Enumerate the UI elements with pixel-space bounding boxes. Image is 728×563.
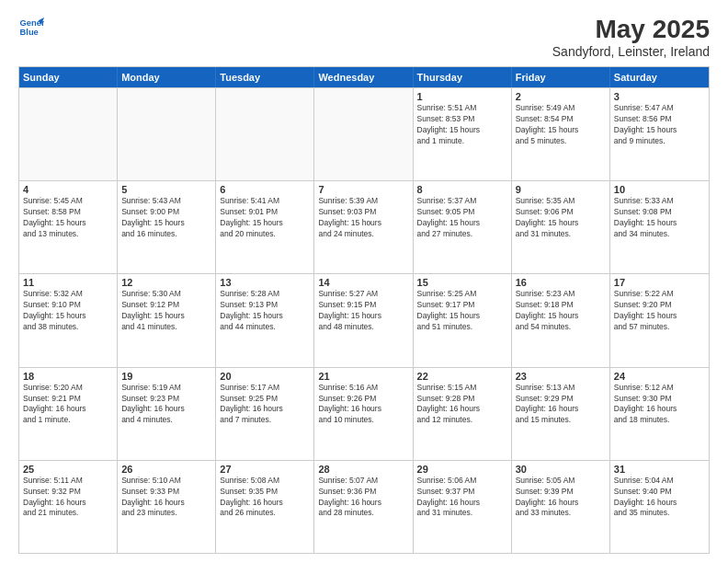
calendar-cell [314, 88, 413, 180]
calendar-cell: 30Sunrise: 5:05 AM Sunset: 9:39 PM Dayli… [512, 461, 610, 553]
day-number: 30 [516, 464, 606, 475]
day-info: Sunrise: 5:05 AM Sunset: 9:39 PM Dayligh… [516, 476, 606, 520]
calendar-cell: 24Sunrise: 5:12 AM Sunset: 9:30 PM Dayli… [610, 368, 709, 460]
calendar-cell: 1Sunrise: 5:51 AM Sunset: 8:53 PM Daylig… [414, 88, 512, 180]
day-number: 10 [614, 184, 705, 195]
day-info: Sunrise: 5:15 AM Sunset: 9:28 PM Dayligh… [417, 383, 507, 427]
day-number: 9 [516, 184, 606, 195]
calendar-cell [19, 88, 118, 180]
day-info: Sunrise: 5:16 AM Sunset: 9:26 PM Dayligh… [318, 383, 408, 427]
calendar-row: 11Sunrise: 5:32 AM Sunset: 9:10 PM Dayli… [19, 273, 709, 366]
day-number: 24 [614, 371, 705, 382]
day-info: Sunrise: 5:45 AM Sunset: 8:58 PM Dayligh… [23, 196, 113, 240]
day-info: Sunrise: 5:25 AM Sunset: 9:17 PM Dayligh… [417, 289, 507, 333]
day-number: 31 [614, 464, 705, 475]
day-info: Sunrise: 5:28 AM Sunset: 9:13 PM Dayligh… [220, 289, 310, 333]
day-number: 23 [516, 371, 606, 382]
calendar-cell: 29Sunrise: 5:06 AM Sunset: 9:37 PM Dayli… [414, 461, 512, 553]
day-number: 27 [220, 464, 310, 475]
day-number: 14 [318, 277, 408, 288]
day-info: Sunrise: 5:11 AM Sunset: 9:32 PM Dayligh… [23, 476, 113, 520]
day-info: Sunrise: 5:23 AM Sunset: 9:18 PM Dayligh… [516, 289, 606, 333]
day-number: 22 [417, 371, 507, 382]
day-info: Sunrise: 5:47 AM Sunset: 8:56 PM Dayligh… [614, 103, 705, 147]
calendar-cell [216, 88, 314, 180]
day-info: Sunrise: 5:13 AM Sunset: 9:29 PM Dayligh… [516, 383, 606, 427]
day-info: Sunrise: 5:06 AM Sunset: 9:37 PM Dayligh… [417, 476, 507, 520]
calendar-header-cell: Wednesday [314, 67, 413, 87]
calendar-row: 4Sunrise: 5:45 AM Sunset: 8:58 PM Daylig… [19, 180, 709, 273]
day-info: Sunrise: 5:19 AM Sunset: 9:23 PM Dayligh… [121, 383, 211, 427]
calendar-cell: 18Sunrise: 5:20 AM Sunset: 9:21 PM Dayli… [19, 368, 118, 460]
day-info: Sunrise: 5:39 AM Sunset: 9:03 PM Dayligh… [318, 196, 408, 240]
day-info: Sunrise: 5:10 AM Sunset: 9:33 PM Dayligh… [121, 476, 211, 520]
calendar-cell: 9Sunrise: 5:35 AM Sunset: 9:06 PM Daylig… [512, 181, 610, 273]
logo-icon: General Blue [18, 15, 44, 40]
day-number: 5 [121, 184, 211, 195]
svg-text:Blue: Blue [20, 28, 39, 37]
calendar-cell: 3Sunrise: 5:47 AM Sunset: 8:56 PM Daylig… [610, 88, 709, 180]
day-number: 7 [318, 184, 408, 195]
calendar-row: 18Sunrise: 5:20 AM Sunset: 9:21 PM Dayli… [19, 367, 709, 460]
day-number: 12 [121, 277, 211, 288]
calendar-cell: 17Sunrise: 5:22 AM Sunset: 9:20 PM Dayli… [610, 274, 709, 366]
day-info: Sunrise: 5:08 AM Sunset: 9:35 PM Dayligh… [220, 476, 310, 520]
day-info: Sunrise: 5:37 AM Sunset: 9:05 PM Dayligh… [417, 196, 507, 240]
day-number: 16 [516, 277, 606, 288]
calendar-header-cell: Saturday [610, 67, 709, 87]
calendar-cell: 23Sunrise: 5:13 AM Sunset: 9:29 PM Dayli… [512, 368, 610, 460]
calendar-cell: 15Sunrise: 5:25 AM Sunset: 9:17 PM Dayli… [414, 274, 512, 366]
day-number: 13 [220, 277, 310, 288]
day-info: Sunrise: 5:30 AM Sunset: 9:12 PM Dayligh… [121, 289, 211, 333]
day-info: Sunrise: 5:04 AM Sunset: 9:40 PM Dayligh… [614, 476, 705, 520]
calendar-cell [118, 88, 216, 180]
calendar-cell: 14Sunrise: 5:27 AM Sunset: 9:15 PM Dayli… [314, 274, 413, 366]
calendar: SundayMondayTuesdayWednesdayThursdayFrid… [18, 66, 710, 554]
day-number: 2 [516, 91, 606, 102]
calendar-header-cell: Sunday [19, 67, 118, 87]
calendar-row: 1Sunrise: 5:51 AM Sunset: 8:53 PM Daylig… [19, 87, 709, 180]
day-number: 29 [417, 464, 507, 475]
calendar-header-cell: Tuesday [216, 67, 314, 87]
calendar-cell: 13Sunrise: 5:28 AM Sunset: 9:13 PM Dayli… [216, 274, 314, 366]
calendar-cell: 12Sunrise: 5:30 AM Sunset: 9:12 PM Dayli… [118, 274, 216, 366]
day-number: 4 [23, 184, 113, 195]
day-info: Sunrise: 5:22 AM Sunset: 9:20 PM Dayligh… [614, 289, 705, 333]
calendar-cell: 20Sunrise: 5:17 AM Sunset: 9:25 PM Dayli… [216, 368, 314, 460]
day-info: Sunrise: 5:20 AM Sunset: 9:21 PM Dayligh… [23, 383, 113, 427]
day-number: 6 [220, 184, 310, 195]
calendar-header-cell: Thursday [414, 67, 512, 87]
calendar-cell: 6Sunrise: 5:41 AM Sunset: 9:01 PM Daylig… [216, 181, 314, 273]
calendar-cell: 16Sunrise: 5:23 AM Sunset: 9:18 PM Dayli… [512, 274, 610, 366]
calendar-cell: 28Sunrise: 5:07 AM Sunset: 9:36 PM Dayli… [314, 461, 413, 553]
day-info: Sunrise: 5:35 AM Sunset: 9:06 PM Dayligh… [516, 196, 606, 240]
calendar-cell: 10Sunrise: 5:33 AM Sunset: 9:08 PM Dayli… [610, 181, 709, 273]
day-info: Sunrise: 5:32 AM Sunset: 9:10 PM Dayligh… [23, 289, 113, 333]
calendar-cell: 19Sunrise: 5:19 AM Sunset: 9:23 PM Dayli… [118, 368, 216, 460]
calendar-cell: 25Sunrise: 5:11 AM Sunset: 9:32 PM Dayli… [19, 461, 118, 553]
subtitle: Sandyford, Leinster, Ireland [552, 44, 710, 59]
calendar-header-cell: Friday [512, 67, 610, 87]
day-info: Sunrise: 5:12 AM Sunset: 9:30 PM Dayligh… [614, 383, 705, 427]
day-info: Sunrise: 5:49 AM Sunset: 8:54 PM Dayligh… [516, 103, 606, 147]
day-info: Sunrise: 5:27 AM Sunset: 9:15 PM Dayligh… [318, 289, 408, 333]
calendar-cell: 31Sunrise: 5:04 AM Sunset: 9:40 PM Dayli… [610, 461, 709, 553]
calendar-header-cell: Monday [118, 67, 216, 87]
calendar-cell: 11Sunrise: 5:32 AM Sunset: 9:10 PM Dayli… [19, 274, 118, 366]
day-number: 21 [318, 371, 408, 382]
day-number: 19 [121, 371, 211, 382]
day-info: Sunrise: 5:17 AM Sunset: 9:25 PM Dayligh… [220, 383, 310, 427]
day-number: 18 [23, 371, 113, 382]
calendar-body: 1Sunrise: 5:51 AM Sunset: 8:53 PM Daylig… [19, 87, 709, 553]
day-number: 15 [417, 277, 507, 288]
day-info: Sunrise: 5:33 AM Sunset: 9:08 PM Dayligh… [614, 196, 705, 240]
day-info: Sunrise: 5:51 AM Sunset: 8:53 PM Dayligh… [417, 103, 507, 147]
calendar-cell: 26Sunrise: 5:10 AM Sunset: 9:33 PM Dayli… [118, 461, 216, 553]
calendar-cell: 2Sunrise: 5:49 AM Sunset: 8:54 PM Daylig… [512, 88, 610, 180]
day-info: Sunrise: 5:07 AM Sunset: 9:36 PM Dayligh… [318, 476, 408, 520]
calendar-header: SundayMondayTuesdayWednesdayThursdayFrid… [19, 67, 709, 87]
day-info: Sunrise: 5:43 AM Sunset: 9:00 PM Dayligh… [121, 196, 211, 240]
calendar-cell: 4Sunrise: 5:45 AM Sunset: 8:58 PM Daylig… [19, 181, 118, 273]
day-number: 25 [23, 464, 113, 475]
calendar-page: General Blue May 2025 Sandyford, Leinste… [0, 0, 728, 563]
